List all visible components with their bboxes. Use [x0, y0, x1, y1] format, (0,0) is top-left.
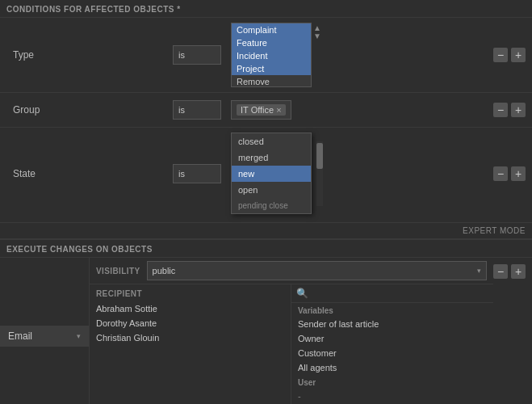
search-input[interactable] — [312, 288, 488, 298]
action-type-select[interactable]: Email ▾ — [0, 326, 89, 347]
list-item[interactable]: Feature — [232, 36, 311, 49]
recipient-left-panel: RECIPIENT Abraham Sottie Dorothy Asante … — [90, 284, 291, 404]
visibility-select[interactable]: public ▾ — [147, 261, 487, 280]
execute-content: VISIBILITY public ▾ RECIPIENT Abraham So… — [89, 258, 493, 404]
group-tag: IT Office × — [237, 104, 286, 116]
scrollbar-thumb — [316, 143, 323, 169]
type-row-actions: − + — [493, 48, 532, 62]
execute-section: EXECUTE CHANGES ON OBJECTS Email ▾ VISIB… — [0, 238, 532, 404]
email-chevron-icon: ▾ — [77, 332, 81, 340]
group-operator-select[interactable]: is — [173, 100, 221, 120]
state-label: State — [6, 162, 168, 186]
visibility-label: VISIBILITY — [96, 267, 140, 276]
expert-mode-bar: EXPERT MODE — [0, 222, 532, 238]
state-row-content: State is closed merged new open pending … — [0, 128, 493, 219]
group-row-actions: − + — [493, 103, 532, 117]
list-item[interactable]: Sender of last article — [291, 317, 493, 331]
state-remove-button[interactable]: − — [493, 166, 508, 181]
variables-list: Variables Sender of last article Owner C… — [291, 303, 493, 404]
visibility-row: VISIBILITY public ▾ — [90, 258, 493, 284]
execute-add-button[interactable]: + — [511, 264, 526, 279]
group-row: Group is IT Office × − + — [0, 92, 532, 127]
type-operator-select[interactable]: is — [173, 45, 221, 65]
state-operator-select[interactable]: is — [173, 164, 221, 183]
list-item[interactable]: Customer — [291, 346, 493, 360]
search-icon: 🔍 — [296, 288, 308, 299]
list-item[interactable]: Dorothy Asante — [90, 316, 291, 330]
list-item[interactable]: Christian Glouin — [90, 330, 291, 345]
action-type-label: Email — [8, 330, 32, 342]
type-remove-button[interactable]: − — [493, 48, 508, 62]
group-add-button[interactable]: + — [511, 103, 526, 117]
group-tag-box: IT Office × — [231, 100, 291, 120]
group-remove-button[interactable]: − — [493, 103, 508, 117]
group-label: Group — [6, 98, 168, 122]
conditions-header: CONDITIONS FOR AFFECTED OBJECTS * — [0, 0, 532, 17]
type-options-list[interactable]: Complaint Feature Incident Project Remov… — [231, 23, 312, 87]
search-box: 🔍 — [291, 284, 493, 303]
dropdown-scrollbar[interactable] — [316, 141, 323, 206]
execute-row: Email ▾ VISIBILITY public ▾ RECIPIENT Ab… — [0, 257, 532, 404]
scroll-indicator: ▲ ▼ — [312, 23, 323, 42]
type-row: Type is Complaint Feature Incident Proje… — [0, 17, 532, 92]
expert-mode-button[interactable]: EXPERT MODE — [463, 226, 526, 235]
user-group-label: User — [291, 375, 493, 389]
type-add-button[interactable]: + — [511, 48, 526, 62]
list-item[interactable]: Incident — [232, 49, 311, 62]
list-item[interactable]: All agents — [291, 360, 493, 375]
user-separator: - — [291, 389, 493, 403]
execute-remove-button[interactable]: − — [493, 264, 508, 279]
recipient-label: RECIPIENT — [90, 284, 291, 301]
group-tag-close[interactable]: × — [276, 105, 281, 115]
state-row-actions: − + — [493, 166, 532, 181]
group-row-content: Group is IT Office × — [0, 93, 493, 127]
scroll-down-icon: ▼ — [313, 32, 321, 40]
variables-group-label: Variables — [291, 303, 493, 317]
list-item[interactable]: Owner — [291, 331, 493, 346]
list-item[interactable]: new — [232, 166, 311, 182]
list-item[interactable]: Complaint — [232, 23, 311, 36]
recipient-section: RECIPIENT Abraham Sottie Dorothy Asante … — [90, 284, 493, 404]
type-row-content: Type is Complaint Feature Incident Proje… — [0, 18, 493, 92]
type-label: Type — [6, 43, 168, 67]
list-item[interactable]: Project — [232, 62, 311, 75]
visibility-value: public — [153, 266, 176, 276]
list-item[interactable]: merged — [232, 149, 311, 166]
execute-row-actions: − + — [493, 258, 532, 279]
list-item[interactable]: Abraham Sottie — [90, 301, 291, 316]
state-add-button[interactable]: + — [511, 166, 526, 181]
state-row: State is closed merged new open pending … — [0, 127, 532, 219]
list-item[interactable]: open — [232, 182, 311, 198]
list-item[interactable]: pending close — [232, 198, 311, 213]
state-dropdown[interactable]: closed merged new open pending close — [231, 133, 312, 214]
recipient-right-panel: 🔍 Variables Sender of last article Owner… — [291, 284, 493, 404]
visibility-chevron-icon: ▾ — [477, 267, 481, 275]
type-multiselect: Complaint Feature Incident Project Remov… — [231, 23, 323, 87]
list-item[interactable]: closed — [232, 133, 311, 149]
list-item[interactable]: Remove — [232, 75, 311, 87]
group-tag-label: IT Office — [241, 105, 274, 115]
conditions-section: CONDITIONS FOR AFFECTED OBJECTS * Type i… — [0, 0, 532, 222]
execute-header: EXECUTE CHANGES ON OBJECTS — [0, 240, 532, 257]
